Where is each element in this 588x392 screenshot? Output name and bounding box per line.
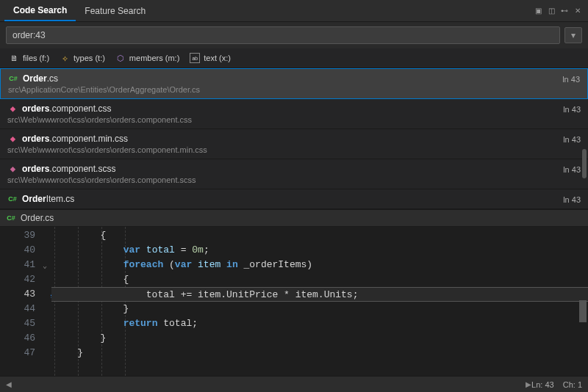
line-number: 46 (0, 331, 51, 346)
css-file-icon: ◆ (7, 104, 18, 114)
cs-file-icon: C# (7, 194, 18, 204)
result-path: src\ApplicationCore\Entities\OrderAggreg… (8, 85, 200, 94)
members-icon: ⬡ (115, 53, 126, 63)
filter-types[interactable]: ⟡ types (t:) (60, 53, 105, 63)
line-number: 44 (0, 302, 51, 316)
filter-members[interactable]: ⬡ members (m:) (115, 53, 179, 63)
results-scrollbar[interactable] (582, 149, 587, 178)
line-number: 42 (0, 272, 51, 287)
line-number: 39 (0, 228, 51, 243)
tab-code-search[interactable]: Code Search (4, 1, 76, 21)
result-line-number: ln 43 (563, 134, 581, 144)
horizontal-scrollbar[interactable] (18, 382, 520, 388)
search-options-dropdown[interactable]: ▾ (564, 27, 582, 43)
result-item[interactable]: ◆orders.component.min.csssrc\Web\wwwroot… (0, 129, 588, 159)
filter-files[interactable]: 🗎 files (f:) (9, 53, 49, 63)
status-line: Ln: 43 (531, 380, 554, 389)
result-path: src\Web\wwwroot\css\orders\orders.compon… (7, 115, 192, 124)
window-controls: ▣ ◫ ⊷ ✕ (532, 5, 584, 17)
result-item[interactable]: ◆orders.component.csssrc\Web\wwwroot\css… (0, 99, 588, 129)
search-row: ▾ (0, 22, 588, 48)
file-icon: 🗎 (9, 53, 19, 63)
line-number: 40 (0, 243, 51, 258)
types-icon: ⟡ (60, 53, 70, 63)
filter-text-label: text (x:) (204, 54, 231, 62)
result-line-number: ln 43 (563, 194, 581, 204)
result-filename: orders.component.min.css (22, 134, 128, 144)
window-dock-right-icon[interactable]: ◫ (545, 5, 557, 17)
result-filename: Order.cs (23, 73, 58, 84)
result-line-number: ln 43 (562, 73, 580, 84)
text-icon: ab (190, 53, 200, 63)
code-line: { (51, 228, 588, 243)
line-number: 47 (0, 346, 51, 360)
tab-bar: Code Search Feature Search ▣ ◫ ⊷ ✕ (0, 0, 588, 22)
cs-file-icon: C# (8, 73, 18, 84)
code-line: total += item.UnitPrice * item.Units; (51, 287, 588, 302)
preview-filename: Order.cs (21, 213, 54, 223)
result-line-number: ln 43 (563, 164, 581, 174)
scroll-left-icon[interactable]: ◀ (6, 380, 12, 388)
filter-text[interactable]: ab text (x:) (190, 53, 231, 63)
tab-feature-search[interactable]: Feature Search (76, 1, 154, 21)
result-path: src\Web\wwwroot\css\orders\orders.compon… (7, 145, 207, 154)
scss-file-icon: ◆ (7, 164, 18, 174)
result-path: src\Web\wwwroot\css\orders\orders.compon… (7, 175, 196, 184)
result-filename: orders.component.css (22, 104, 111, 114)
line-number: 45 (0, 316, 51, 331)
code-line: var total = 0m; (51, 243, 588, 258)
result-item[interactable]: ◆orders.component.scsssrc\Web\wwwroot\cs… (0, 159, 588, 189)
line-number-gutter: 394041⌄4243🛠44454647 (0, 227, 51, 376)
line-number: 41⌄ (0, 258, 51, 272)
status-col: Ch: 1 (563, 380, 582, 389)
collapse-chevron-icon[interactable]: ⌄ (43, 259, 47, 274)
result-item[interactable]: C#Order.cssrc\ApplicationCore\Entities\O… (0, 68, 588, 99)
result-filename: orders.component.scss (22, 164, 115, 174)
code-line: foreach (var item in _orderItems) (51, 258, 588, 272)
filter-members-label: members (m:) (129, 54, 179, 62)
status-bar: ◀ ▶ Ln: 43 Ch: 1 (0, 376, 588, 392)
code-lines: { var total = 0m; foreach (var item in _… (51, 227, 588, 376)
window-close-icon[interactable]: ✕ (572, 5, 584, 17)
css-file-icon: ◆ (7, 134, 18, 144)
line-number: 43🛠 (0, 287, 51, 302)
filter-types-label: types (t:) (74, 54, 105, 62)
csharp-file-icon: C# (6, 213, 16, 223)
code-line: } (51, 302, 588, 316)
window-dock-left-icon[interactable]: ▣ (532, 5, 544, 17)
filter-row: 🗎 files (f:) ⟡ types (t:) ⬡ members (m:)… (0, 48, 588, 68)
search-input[interactable] (6, 26, 560, 44)
preview-header: C# Order.cs (0, 209, 588, 227)
code-preview[interactable]: 394041⌄4243🛠44454647 { var total = 0m; f… (0, 227, 588, 376)
code-line: { (51, 272, 588, 287)
window-pin-icon[interactable]: ⊷ (559, 5, 570, 17)
code-line: } (51, 346, 588, 360)
filter-files-label: files (f:) (23, 54, 49, 62)
result-item[interactable]: C#OrderItem.csln 43 (0, 189, 588, 209)
code-line: return total; (51, 316, 588, 331)
result-line-number: ln 43 (563, 104, 581, 114)
scroll-right-icon[interactable]: ▶ (526, 380, 531, 388)
result-filename: OrderItem.cs (22, 194, 74, 204)
code-line: } (51, 331, 588, 346)
code-scrollbar-thumb[interactable] (579, 300, 587, 322)
results-list: C#Order.cssrc\ApplicationCore\Entities\O… (0, 68, 588, 209)
